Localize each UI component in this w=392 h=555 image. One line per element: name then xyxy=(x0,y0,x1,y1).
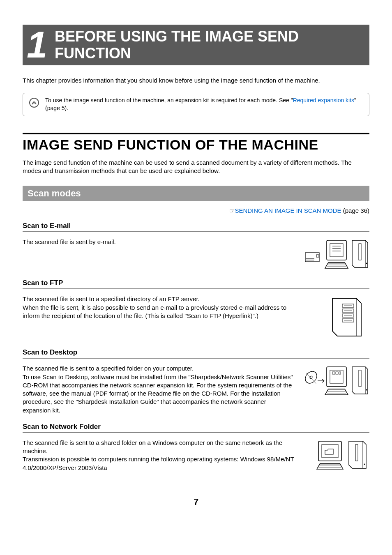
svg-point-14 xyxy=(366,263,367,264)
svg-point-0 xyxy=(30,98,39,107)
svg-rect-4 xyxy=(316,255,319,257)
scan-to-ftp-section: Scan to FTP The scanned file is sent to … xyxy=(23,279,369,340)
svg-rect-28 xyxy=(330,370,343,383)
sending-image-scan-mode-link[interactable]: SENDING AN IMAGE IN SCAN MODE xyxy=(235,207,341,214)
svg-rect-27 xyxy=(327,367,346,387)
scan-modes-heading: Scan modes xyxy=(23,186,369,201)
page-number: 7 xyxy=(23,497,369,507)
svg-point-34 xyxy=(366,389,367,391)
chapter-title: BEFORE USING THE IMAGE SEND FUNCTION xyxy=(55,28,361,62)
scan-to-ftp-body: The scanned file is sent to a specified … xyxy=(23,295,295,320)
svg-rect-38 xyxy=(355,444,358,461)
svg-rect-36 xyxy=(322,444,338,458)
svg-rect-33 xyxy=(359,370,361,387)
svg-rect-29 xyxy=(332,372,335,374)
scan-to-desktop-body: The scanned file is sent to a specified … xyxy=(23,364,295,415)
subsection-rule xyxy=(23,288,369,289)
svg-rect-8 xyxy=(330,244,343,257)
note-prefix: To use the image send function of the ma… xyxy=(45,97,293,104)
note-box: To use the image send function of the ma… xyxy=(23,93,369,116)
network-illustration xyxy=(304,439,369,472)
email-illustration xyxy=(304,238,369,271)
svg-rect-7 xyxy=(327,240,346,260)
scan-to-ftp-title: Scan to FTP xyxy=(23,279,369,287)
scan-to-desktop-title: Scan to Desktop xyxy=(23,348,369,357)
chapter-banner: 1 BEFORE USING THE IMAGE SEND FUNCTION xyxy=(23,25,369,65)
subsection-rule xyxy=(23,358,369,359)
scan-to-email-section: Scan to E-mail The scanned file is sent … xyxy=(23,222,369,271)
required-expansion-kits-link[interactable]: Required expansion kits xyxy=(293,97,354,104)
xref-line: ☞SENDING AN IMAGE IN SCAN MODE (page 36) xyxy=(23,207,369,214)
svg-point-39 xyxy=(364,463,365,465)
intro-paragraph: This chapter provides information that y… xyxy=(23,77,369,84)
pointer-icon: ☞ xyxy=(229,207,235,214)
section-rule xyxy=(23,133,369,134)
section-body: The image send function of the machine c… xyxy=(23,159,369,175)
desktop-illustration xyxy=(304,364,369,397)
scan-to-desktop-section: Scan to Desktop The scanned file is sent… xyxy=(23,348,369,415)
svg-rect-30 xyxy=(336,372,338,374)
svg-line-16 xyxy=(356,298,361,303)
section-title: IMAGE SEND FUNCTION OF THE MACHINE xyxy=(23,137,369,153)
note-icon xyxy=(29,97,39,111)
xref-page: (page 36) xyxy=(341,207,369,214)
chapter-number: 1 xyxy=(27,28,47,62)
ftp-illustration xyxy=(304,295,369,340)
note-body: To use the image send function of the ma… xyxy=(45,97,363,113)
scan-to-email-title: Scan to E-mail xyxy=(23,222,369,230)
scan-to-network-body: The scanned file is sent to a shared fol… xyxy=(23,439,295,472)
scan-to-email-body: The scanned file is sent by e-mail. xyxy=(23,238,295,246)
svg-rect-31 xyxy=(339,372,341,374)
scan-to-network-section: Scan to Network Folder The scanned file … xyxy=(23,423,369,472)
subsection-rule xyxy=(23,432,369,433)
subsection-rule xyxy=(23,231,369,232)
scan-to-network-title: Scan to Network Folder xyxy=(23,423,369,431)
svg-rect-13 xyxy=(359,244,361,260)
